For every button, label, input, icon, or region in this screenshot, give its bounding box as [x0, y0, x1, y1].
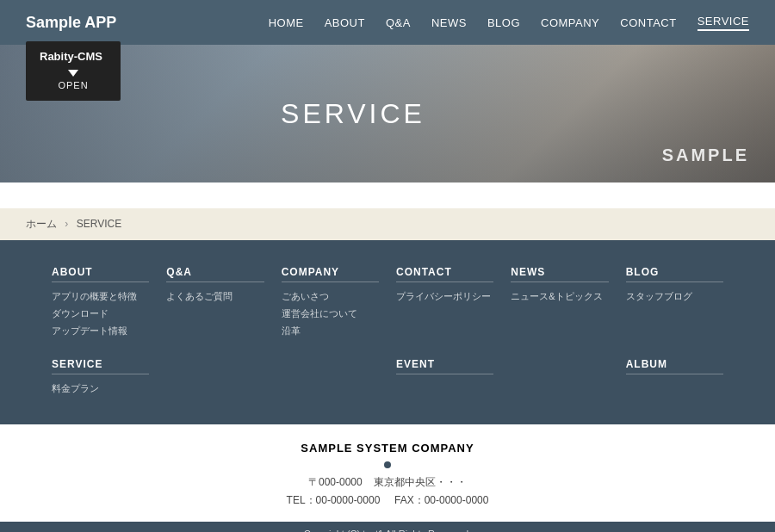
nav-contact[interactable]: CONTACT — [620, 16, 676, 29]
postal-address: 〒000-0000 東京都中央区・・・ — [26, 475, 749, 490]
list-item: プライバシーポリシー — [396, 289, 493, 303]
footer-nav-row1: ABOUT アプリの概要と特徴 ダウンロード アップデート情報 Q&A よくある… — [52, 266, 723, 341]
footer-col-contact-heading: CONTACT — [396, 266, 493, 282]
footer-col-news: NEWS ニュース&トピックス — [511, 266, 608, 341]
footer-col-company-list: ごあいさつ 運営会社について 沿革 — [282, 289, 379, 337]
footer-col-contact-list: プライバシーポリシー — [396, 289, 493, 303]
footer-col-contact: CONTACT プライバシーポリシー — [396, 266, 493, 341]
company-link-1[interactable]: ごあいさつ — [282, 291, 329, 301]
nav-service[interactable]: SERVICE — [698, 15, 749, 31]
contact-link-1[interactable]: プライバシーポリシー — [396, 291, 491, 301]
nav-company[interactable]: COMPANY — [541, 16, 599, 29]
footer-col-empty2 — [282, 358, 379, 399]
nav-news[interactable]: NEWS — [431, 16, 467, 29]
gap — [0, 182, 775, 208]
list-item: スタッフブログ — [626, 289, 723, 303]
footer-col-album-heading: ALBUM — [626, 358, 723, 374]
arrow-down-icon — [68, 70, 78, 77]
list-item: よくあるご質問 — [166, 289, 264, 303]
hero-title: SERVICE — [281, 98, 425, 130]
open-button[interactable]: OPEN — [40, 70, 107, 90]
footer-col-company-heading: COMPANY — [282, 266, 379, 282]
app-logo: Sample APP — [26, 14, 116, 32]
breadcrumb: ホーム › SERVICE — [0, 208, 775, 240]
footer-col-service-list: 料金プラン — [52, 381, 149, 395]
postal: 〒000-0000 — [308, 476, 363, 488]
footer-col-about-list: アプリの概要と特徴 ダウンロード アップデート情報 — [52, 289, 149, 337]
list-item: アップデート情報 — [52, 324, 149, 337]
hero-sample-text: SAMPLE — [662, 145, 749, 165]
footer-col-event: EVENT — [396, 358, 493, 399]
footer-col-qa-heading: Q&A — [166, 266, 264, 282]
tel: TEL：00-0000-0000 — [287, 494, 381, 506]
footer-col-album: ALBUM — [626, 358, 723, 399]
company-link-3[interactable]: 沿革 — [282, 325, 301, 336]
service-link-1[interactable]: 料金プラン — [52, 383, 99, 393]
footer-col-company: COMPANY ごあいさつ 運営会社について 沿革 — [282, 266, 379, 341]
fax: FAX：00-0000-0000 — [394, 494, 488, 506]
footer-col-empty3 — [511, 358, 608, 399]
tel-fax: TEL：00-0000-0000 FAX：00-0000-0000 — [26, 493, 749, 508]
nav-qa[interactable]: Q&A — [386, 16, 411, 29]
footer-info: SAMPLE SYSTEM COMPANY 〒000-0000 東京都中央区・・… — [0, 424, 775, 522]
footer-col-blog-list: スタッフブログ — [626, 289, 723, 303]
footer-col-service: SERVICE 料金プラン — [52, 358, 149, 399]
cms-dropdown: Rabity-CMS OPEN — [26, 41, 121, 101]
nav-about[interactable]: ABOUT — [325, 16, 365, 29]
breadcrumb-separator: › — [65, 218, 68, 230]
footer-col-service-heading: SERVICE — [52, 358, 149, 374]
list-item: ダウンロード — [52, 306, 149, 320]
list-item: 沿革 — [282, 324, 379, 337]
list-item: アプリの概要と特徴 — [52, 289, 149, 303]
footer-col-qa-list: よくあるご質問 — [166, 289, 264, 303]
footer-col-blog-heading: BLOG — [626, 266, 723, 282]
company-name: SAMPLE SYSTEM COMPANY — [26, 442, 749, 455]
list-item: 料金プラン — [52, 381, 149, 395]
footer-col-blog: BLOG スタッフブログ — [626, 266, 723, 341]
copyright-bar: Copyright (C) test1 All Rights Reserved. — [0, 522, 775, 532]
footer-col-empty1 — [166, 358, 264, 399]
main-nav: HOME ABOUT Q&A NEWS BLOG COMPANY CONTACT… — [269, 15, 749, 31]
footer-navigation: ABOUT アプリの概要と特徴 ダウンロード アップデート情報 Q&A よくある… — [0, 240, 775, 424]
breadcrumb-current: SERVICE — [77, 218, 121, 230]
list-item: ニュース&トピックス — [511, 289, 608, 303]
footer-col-about: ABOUT アプリの概要と特徴 ダウンロード アップデート情報 — [52, 266, 149, 341]
header: Sample APP Rabity-CMS OPEN HOME ABOUT Q&… — [0, 0, 775, 45]
about-link-3[interactable]: アップデート情報 — [52, 325, 127, 336]
footer-col-about-heading: ABOUT — [52, 266, 149, 282]
footer-col-qa: Q&A よくあるご質問 — [166, 266, 264, 341]
nav-blog[interactable]: BLOG — [487, 16, 520, 29]
divider-dot — [384, 461, 391, 468]
qa-link-1[interactable]: よくあるご質問 — [166, 291, 232, 301]
nav-home[interactable]: HOME — [269, 16, 304, 29]
copyright-text: Copyright (C) test1 All Rights Reserved. — [304, 529, 471, 532]
cms-title: Rabity-CMS — [40, 50, 107, 63]
address: 東京都中央区・・・ — [374, 476, 467, 488]
list-item: ごあいさつ — [282, 289, 379, 303]
footer-col-event-heading: EVENT — [396, 358, 493, 374]
news-link-1[interactable]: ニュース&トピックス — [511, 291, 602, 301]
breadcrumb-home[interactable]: ホーム — [26, 218, 57, 230]
about-link-2[interactable]: ダウンロード — [52, 308, 108, 319]
open-label: OPEN — [58, 80, 88, 90]
about-link-1[interactable]: アプリの概要と特徴 — [52, 291, 137, 301]
footer-col-news-heading: NEWS — [511, 266, 608, 282]
list-item: 運営会社について — [282, 306, 379, 320]
blog-link-1[interactable]: スタッフブログ — [626, 291, 692, 301]
company-link-2[interactable]: 運営会社について — [282, 308, 357, 319]
footer-nav-row2: SERVICE 料金プラン EVENT ALBUM — [52, 358, 723, 399]
footer-col-news-list: ニュース&トピックス — [511, 289, 608, 303]
